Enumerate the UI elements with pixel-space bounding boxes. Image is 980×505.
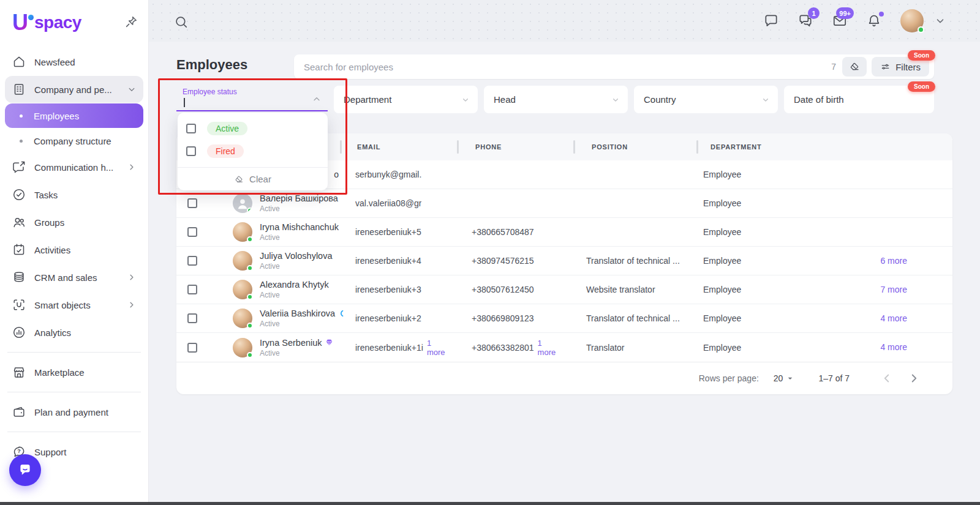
sidebar-item-label: Plan and payment — [34, 407, 137, 417]
employee-avatar — [233, 222, 252, 242]
sidebar-item-label: Support — [34, 447, 137, 457]
department-more-link[interactable]: 4 more — [880, 314, 907, 323]
status-option-active[interactable]: Active — [178, 117, 328, 140]
row-checkbox[interactable] — [187, 285, 197, 294]
table-row: Iryna SerbeniukActiveireneserbeniuk+1і1 … — [176, 333, 952, 362]
position-value: Website translator — [586, 285, 655, 294]
filter-department[interactable]: Department — [334, 86, 478, 113]
sidebar-item-label: Activities — [34, 245, 137, 255]
chevron-down-icon — [761, 95, 771, 105]
online-status-dot — [247, 294, 253, 300]
sidebar-item-communication-h[interactable]: Communication h... — [5, 154, 143, 181]
newsfeed-icon — [12, 54, 26, 69]
checkbox[interactable] — [186, 146, 196, 156]
online-status-dot — [247, 323, 253, 329]
employee-name[interactable]: Валерія Башкірова — [260, 193, 338, 203]
column-header-email[interactable]: EMAIL — [342, 143, 457, 151]
email-value: ireneserbeniuk+1і — [355, 343, 423, 353]
chevron-down-icon — [611, 95, 620, 105]
previous-page-button[interactable] — [880, 372, 894, 385]
employee-status: Active — [260, 204, 338, 213]
sidebar-item-company-structure[interactable]: Company structure — [5, 129, 143, 153]
logo-letter: U — [12, 12, 28, 33]
column-header-department[interactable]: DEPARTMENT — [698, 143, 952, 151]
employee-search-input[interactable] — [304, 62, 825, 72]
chats-icon[interactable]: 1 — [797, 13, 813, 29]
notifications-bell-icon[interactable] — [866, 13, 882, 29]
employee-name-cell: Iryna SerbeniukActive — [208, 338, 340, 357]
row-checkbox[interactable] — [187, 198, 197, 208]
table-row: Juliya VoloshylovaActiveireneserbeniuk+4… — [176, 247, 952, 275]
status-options: Active Fired — [178, 113, 328, 167]
employee-name-cell: Valeriia BashkirovaActive — [208, 309, 340, 328]
sidebar-item-activities[interactable]: Activities — [5, 236, 143, 263]
analytics-icon — [12, 325, 26, 340]
sidebar-item-smart-objects[interactable]: Smart objects — [5, 291, 143, 318]
row-checkbox[interactable] — [187, 343, 197, 353]
sidebar-item-tasks[interactable]: Tasks — [5, 181, 143, 208]
column-header-phone[interactable]: PHONE — [459, 143, 573, 151]
search-icon[interactable] — [173, 14, 189, 30]
row-checkbox[interactable] — [187, 313, 197, 323]
text-cursor — [184, 98, 185, 107]
chevron-down-icon[interactable] — [935, 15, 946, 26]
employee-name[interactable]: Iryna Serbeniuk — [260, 338, 333, 348]
email-cell: ireneserbeniuk+3 — [340, 285, 455, 294]
table-footer: Rows per page: 20 1–7 of 7 — [176, 362, 952, 394]
position-cell: Website translator — [570, 284, 691, 295]
sidebar-item-company-and-pe[interactable]: Company and pe... — [5, 76, 143, 103]
sidebar-item-groups[interactable]: Groups — [5, 209, 143, 236]
email-more-link[interactable]: 1 more — [427, 339, 449, 357]
email-value: ireneserbeniuk+4 — [355, 256, 421, 266]
sidebar-item-plan-and-payment[interactable]: Plan and payment — [5, 398, 143, 425]
employee-name[interactable]: Iryna Mishchanchuk — [260, 222, 339, 232]
chat-fab-button[interactable] — [9, 454, 41, 486]
online-status-dot — [247, 236, 253, 242]
chevron-up-icon[interactable] — [312, 94, 322, 104]
page-title: Employees — [176, 57, 247, 73]
employee-name[interactable]: Juliya Voloshylova — [260, 251, 333, 261]
sidebar-item-marketplace[interactable]: Marketplace — [5, 359, 143, 386]
row-checkbox[interactable] — [187, 256, 197, 266]
clear-search-eraser-button[interactable] — [842, 57, 867, 77]
clear-filter-button[interactable]: Clear — [178, 167, 328, 190]
comments-icon[interactable] — [763, 13, 779, 29]
uspacy-logo[interactable]: U spacy — [12, 12, 81, 33]
next-page-button[interactable] — [907, 372, 921, 385]
employee-status-select[interactable]: Employee status — [176, 86, 328, 111]
row-checkbox-cell — [176, 198, 208, 208]
svg-text:?: ? — [17, 448, 21, 454]
department-cell: Employee — [691, 170, 948, 179]
phone-cell: +380974576215 — [455, 256, 570, 266]
employee-name[interactable]: Valeriia Bashkirova — [260, 309, 340, 318]
gem-icon — [325, 339, 333, 346]
row-checkbox[interactable] — [187, 227, 197, 237]
status-option-fired[interactable]: Fired — [178, 140, 328, 162]
department-more-link[interactable]: 6 more — [880, 256, 907, 266]
column-header-position[interactable]: POSITION — [575, 143, 696, 151]
rows-per-page-select[interactable]: 20 — [774, 373, 796, 383]
chevron-right-icon — [126, 272, 137, 283]
sidebar: U spacy NewsfeedCompany and pe...Employe… — [0, 0, 149, 502]
department-more-link[interactable]: 7 more — [880, 285, 907, 294]
position-value: Translator — [586, 343, 625, 353]
filter-head[interactable]: Head — [484, 86, 628, 113]
checkbox[interactable] — [186, 124, 196, 133]
employee-name[interactable]: Alexandra Khytyk — [260, 280, 329, 290]
sidebar-item-analytics[interactable]: Analytics — [5, 319, 143, 346]
sidebar-item-crm-and-sales[interactable]: CRM and sales — [5, 264, 143, 291]
phone-more-link[interactable]: 1 more — [538, 339, 560, 357]
mail-icon[interactable]: 99+ — [832, 13, 848, 29]
topbar-actions: 1 99+ — [763, 0, 946, 42]
department-more-link[interactable]: 4 more — [880, 343, 907, 352]
pin-sidebar-icon[interactable] — [124, 15, 138, 29]
filter-country[interactable]: Country — [634, 86, 778, 113]
user-avatar[interactable] — [900, 9, 924, 32]
window-edge — [0, 502, 980, 505]
email-value: ireneserbeniuk+3 — [355, 285, 421, 294]
sidebar-item-employees[interactable]: Employees — [5, 103, 143, 128]
email-value: ireneserbeniuk+2 — [355, 313, 421, 323]
sidebar-item-label: Communication h... — [34, 162, 126, 173]
filter-date-of-birth[interactable]: Date of birthSoon — [784, 86, 934, 113]
sidebar-item-newsfeed[interactable]: Newsfeed — [5, 48, 143, 75]
